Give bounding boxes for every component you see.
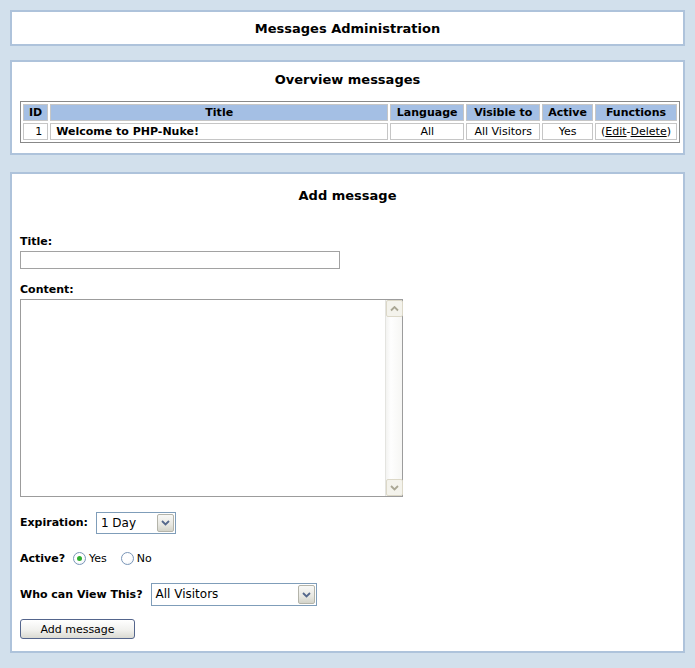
expiration-selected-value: 1 Day: [97, 516, 156, 530]
title-input[interactable]: [20, 251, 340, 269]
cell-functions: (Edit-Delete): [595, 123, 677, 140]
chevron-up-icon: [390, 302, 399, 315]
expiration-label: Expiration:: [20, 516, 88, 529]
paren-close: ): [667, 125, 671, 138]
edit-link[interactable]: Edit: [605, 125, 626, 138]
view-select[interactable]: All Visitors: [151, 583, 317, 606]
header-panel: Messages Administration: [10, 10, 685, 46]
textarea-scrollbar[interactable]: [385, 300, 402, 496]
page: { "header": { "title": "Messages Adminis…: [0, 0, 695, 668]
table-row: 1 Welcome to PHP-Nuke! All All Visitors …: [23, 123, 677, 140]
active-label: Active?: [20, 552, 65, 565]
add-message-panel: Add message Title: Content: Expiration: …: [10, 172, 685, 653]
expiration-dropdown-button[interactable]: [157, 514, 174, 532]
view-row: Who can View This? All Visitors: [20, 582, 675, 606]
cell-active: Yes: [542, 123, 593, 140]
add-message-form: Title: Content: Expiration: 1 Day Active…: [12, 235, 683, 639]
expiration-row: Expiration: 1 Day: [20, 511, 675, 534]
view-selected-value: All Visitors: [152, 587, 297, 601]
chevron-down-icon: [390, 481, 399, 494]
active-no-label: No: [137, 552, 152, 565]
scroll-down-button[interactable]: [386, 479, 403, 496]
active-yes-label: Yes: [89, 552, 107, 565]
page-title: Messages Administration: [255, 21, 440, 36]
active-yes-radio[interactable]: [73, 552, 86, 565]
chevron-down-icon: [302, 588, 311, 601]
cell-visible: All Visitors: [466, 123, 540, 140]
col-header-language: Language: [390, 104, 464, 121]
delete-link[interactable]: Delete: [631, 125, 667, 138]
view-label: Who can View This?: [20, 588, 143, 601]
cell-language: All: [390, 123, 464, 140]
table-header-row: ID Title Language Visible to Active Func…: [23, 104, 677, 121]
add-message-button[interactable]: Add message: [20, 619, 135, 639]
content-label: Content:: [20, 283, 675, 296]
messages-table: ID Title Language Visible to Active Func…: [20, 101, 680, 143]
overview-panel: Overview messages ID Title Language Visi…: [10, 60, 685, 155]
col-header-title: Title: [50, 104, 388, 121]
add-message-title: Add message: [12, 188, 683, 203]
col-header-id: ID: [23, 104, 48, 121]
scroll-up-button[interactable]: [386, 300, 403, 317]
title-label: Title:: [20, 235, 675, 248]
active-row: Active? Yes No: [20, 551, 675, 566]
col-header-visible: Visible to: [466, 104, 540, 121]
col-header-active: Active: [542, 104, 593, 121]
cell-id: 1: [23, 123, 48, 140]
content-textarea-frame: [20, 299, 403, 497]
active-no-radio[interactable]: [121, 552, 134, 565]
content-textarea[interactable]: [21, 300, 385, 496]
cell-title: Welcome to PHP-Nuke!: [50, 123, 388, 140]
overview-title: Overview messages: [12, 72, 683, 87]
expiration-select[interactable]: 1 Day: [96, 512, 176, 534]
col-header-functions: Functions: [595, 104, 677, 121]
chevron-down-icon: [161, 516, 170, 529]
view-dropdown-button[interactable]: [298, 585, 315, 604]
